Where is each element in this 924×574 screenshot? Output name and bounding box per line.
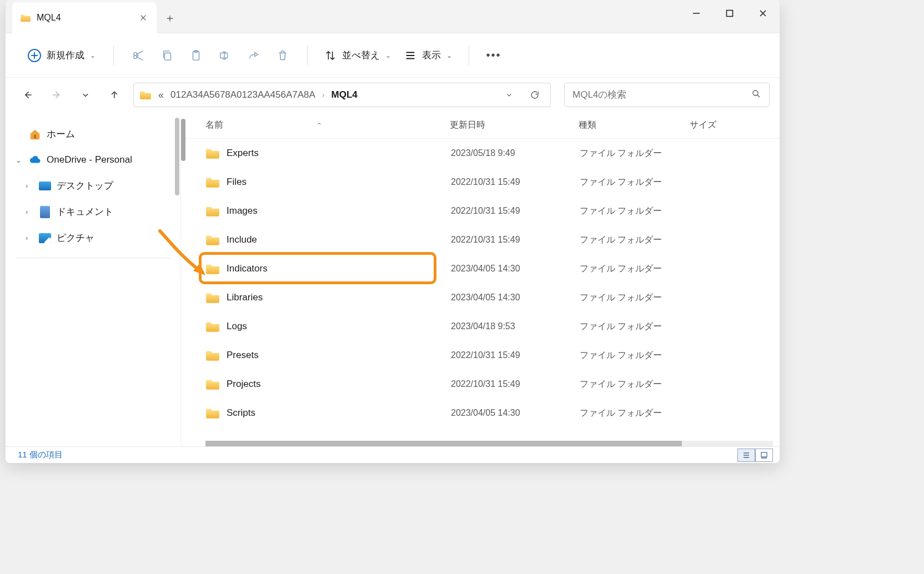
details-view-button[interactable] <box>737 449 755 462</box>
sort-indicator-icon: ⌃ <box>317 122 322 129</box>
rename-button[interactable] <box>212 42 238 69</box>
table-row[interactable]: Indicators2023/04/05 14:30ファイル フォルダー <box>181 254 780 283</box>
row-name: Scripts <box>227 407 451 419</box>
folder-icon <box>205 378 220 390</box>
new-tab-button[interactable]: ＋ <box>157 2 183 33</box>
table-row[interactable]: Libraries2023/04/05 14:30ファイル フォルダー <box>181 283 780 312</box>
column-date[interactable]: 更新日時 <box>450 119 579 131</box>
window-controls <box>680 0 780 33</box>
row-name: Libraries <box>227 292 451 303</box>
column-type[interactable]: 種類 <box>579 119 690 131</box>
folder-icon <box>205 407 220 419</box>
table-row[interactable]: Experts2023/05/18 9:49ファイル フォルダー <box>181 139 780 168</box>
arrow-right-icon <box>51 89 62 100</box>
more-button[interactable]: ••• <box>480 42 507 69</box>
refresh-button[interactable] <box>525 85 545 105</box>
delete-button[interactable] <box>269 42 296 69</box>
folder-icon <box>205 320 220 333</box>
table-row[interactable]: Projects2022/10/31 15:49ファイル フォルダー <box>181 370 780 399</box>
folder-icon <box>205 234 220 246</box>
sidebar-item-home[interactable]: ホーム <box>12 122 174 146</box>
chevron-right-icon: › <box>321 90 326 99</box>
sidebar-item-documents[interactable]: › ドキュメント <box>12 200 174 224</box>
row-name: Include <box>227 234 451 245</box>
table-row[interactable]: Logs2023/04/18 9:53ファイル フォルダー <box>181 312 780 341</box>
sidebar-item-desktop[interactable]: › デスクトップ <box>12 174 174 198</box>
close-window-button[interactable] <box>746 0 780 27</box>
chevron-right-icon: › <box>26 208 28 216</box>
chevron-down-icon: ⌄ <box>90 52 96 59</box>
row-type: ファイル フォルダー <box>580 379 691 390</box>
thumbnail-view-button[interactable] <box>755 449 773 462</box>
sidebar: ホーム ⌄ OneDrive - Personal › デスクトップ › ドキュ… <box>6 112 181 446</box>
sidebar-item-pictures[interactable]: › ピクチャ <box>12 226 174 250</box>
row-type: ファイル フォルダー <box>580 234 691 246</box>
sort-icon <box>324 49 337 62</box>
view-button[interactable]: 表示 ⌄ <box>399 44 458 66</box>
sidebar-item-onedrive[interactable]: ⌄ OneDrive - Personal <box>12 148 174 172</box>
refresh-icon <box>530 90 540 100</box>
arrow-left-icon <box>22 89 33 100</box>
folder-icon <box>205 291 220 304</box>
folder-icon <box>139 90 152 100</box>
svg-point-5 <box>753 90 758 95</box>
svg-rect-4 <box>220 53 228 58</box>
table-row[interactable]: Images2022/10/31 15:49ファイル フォルダー <box>181 197 780 225</box>
plus-circle-icon <box>28 49 41 62</box>
svg-rect-6 <box>34 134 36 138</box>
chevron-down-icon: ⌄ <box>16 156 22 164</box>
row-name: Indicators <box>227 263 451 274</box>
toolbar: 新規作成 ⌄ 並べ替え ⌄ 表示 ⌄ ••• <box>6 33 780 78</box>
share-button[interactable] <box>240 42 267 69</box>
new-button[interactable]: 新規作成 ⌄ <box>21 44 102 67</box>
chevron-right-icon: › <box>26 182 28 190</box>
pictures-icon <box>39 233 51 243</box>
new-label: 新規作成 <box>47 49 84 62</box>
search-input[interactable] <box>573 89 751 100</box>
sort-button[interactable]: 並べ替え ⌄ <box>319 44 396 66</box>
table-row[interactable]: Files2022/10/31 15:49ファイル フォルダー <box>181 168 780 197</box>
path-segment[interactable]: 012A34A5678A0123AA456A7A8A <box>170 89 315 100</box>
search-box[interactable] <box>564 83 770 107</box>
address-bar[interactable]: « 012A34A5678A0123AA456A7A8A › MQL4 <box>133 83 551 107</box>
minimize-button[interactable] <box>680 0 713 27</box>
maximize-button[interactable] <box>713 0 746 27</box>
close-tab-button[interactable] <box>133 8 153 28</box>
path-overflow[interactable]: « <box>157 89 165 101</box>
path-segment-current[interactable]: MQL4 <box>332 89 358 100</box>
tab-active[interactable]: MQL4 <box>12 2 157 33</box>
recent-button[interactable] <box>73 83 98 107</box>
row-type: ファイル フォルダー <box>580 177 691 188</box>
row-date: 2023/04/18 9:53 <box>451 321 580 331</box>
row-name: Files <box>227 177 451 188</box>
copy-button[interactable] <box>154 42 180 69</box>
row-type: ファイル フォルダー <box>580 148 691 159</box>
horizontal-scrollbar[interactable] <box>205 441 773 446</box>
sidebar-item-label: OneDrive - Personal <box>47 154 132 165</box>
row-date: 2022/10/31 15:49 <box>451 350 580 360</box>
view-label: 表示 <box>422 49 441 62</box>
row-date: 2023/05/18 9:49 <box>451 148 580 158</box>
sidebar-scrollbar[interactable] <box>175 118 179 195</box>
up-button[interactable] <box>102 83 127 107</box>
table-row[interactable]: Scripts2023/04/05 14:30ファイル フォルダー <box>181 399 780 427</box>
cut-button[interactable] <box>125 42 152 69</box>
table-row[interactable]: Include2022/10/31 15:49ファイル フォルダー <box>181 225 780 254</box>
row-date: 2022/10/31 15:49 <box>451 206 580 216</box>
column-headers: 名前⌃ 更新日時 種類 サイズ <box>181 112 780 139</box>
titlebar: MQL4 ＋ <box>6 0 780 33</box>
back-button[interactable] <box>16 83 40 107</box>
column-size[interactable]: サイズ <box>690 119 780 131</box>
address-history-button[interactable] <box>499 85 519 105</box>
svg-rect-1 <box>164 53 170 60</box>
forward-button[interactable] <box>44 83 69 107</box>
sidebar-item-label: ホーム <box>47 128 75 140</box>
column-name[interactable]: 名前⌃ <box>205 119 450 131</box>
folder-icon <box>205 205 220 217</box>
row-date: 2023/04/05 14:30 <box>451 293 580 303</box>
list-icon <box>404 49 416 62</box>
paste-button[interactable] <box>183 42 209 69</box>
divider <box>16 258 170 258</box>
folder-icon <box>205 176 220 188</box>
table-row[interactable]: Presets2022/10/31 15:49ファイル フォルダー <box>181 341 780 370</box>
